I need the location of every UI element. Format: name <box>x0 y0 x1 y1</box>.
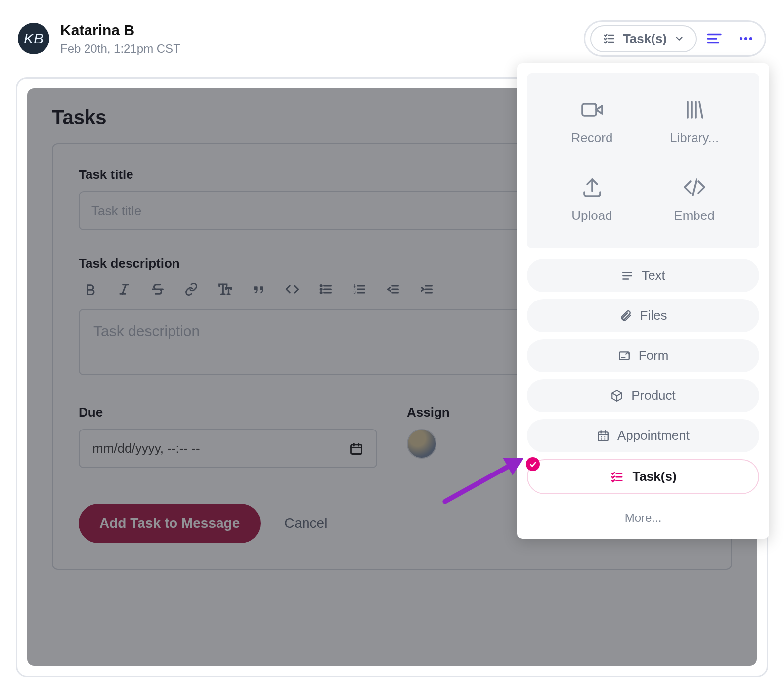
svg-point-8 <box>749 37 752 40</box>
media-item-library[interactable]: Library... <box>643 98 745 146</box>
timestamp: Feb 20th, 1:21pm CST <box>60 42 584 56</box>
selected-check-badge <box>526 457 540 471</box>
menu-item-product[interactable]: Product <box>527 379 759 412</box>
header-bar: KB Katarina B Feb 20th, 1:21pm CST Task(… <box>0 0 784 63</box>
block-menu: Text Files Form Product Appointment <box>527 259 759 529</box>
tasks-chip[interactable]: Task(s) <box>590 25 697 52</box>
media-item-record[interactable]: Record <box>541 98 643 146</box>
menu-item-label: Files <box>640 308 667 323</box>
menu-item-label: Appointment <box>617 428 690 443</box>
paperclip-icon <box>619 309 632 322</box>
svg-rect-39 <box>582 104 596 116</box>
svg-rect-53 <box>598 432 608 440</box>
media-grid: Record Library... Upload Embed <box>527 73 759 248</box>
svg-marker-40 <box>596 106 602 114</box>
svg-line-46 <box>693 179 697 195</box>
header-text: Katarina B Feb 20th, 1:21pm CST <box>60 21 584 56</box>
menu-item-label: Text <box>642 268 665 283</box>
tasks-chip-label: Task(s) <box>623 31 667 46</box>
user-name: Katarina B <box>60 21 584 39</box>
menu-item-label: Task(s) <box>632 469 676 484</box>
library-books-icon <box>683 98 706 122</box>
menu-item-appointment[interactable]: Appointment <box>527 419 759 452</box>
video-camera-icon <box>580 98 604 122</box>
media-item-label: Record <box>571 130 613 146</box>
tasks-list-icon <box>610 470 624 484</box>
menu-item-label: Product <box>631 388 676 403</box>
media-item-label: Embed <box>674 208 714 223</box>
menu-item-text[interactable]: Text <box>527 259 759 292</box>
header-controls: Task(s) <box>584 20 766 57</box>
cube-icon <box>610 389 623 402</box>
form-icon <box>618 349 631 362</box>
more-actions-button[interactable] <box>732 25 760 52</box>
chevron-down-icon <box>674 33 685 44</box>
menu-item-form[interactable]: Form <box>527 339 759 372</box>
tasks-list-icon <box>602 32 616 45</box>
align-left-icon <box>706 30 723 47</box>
media-item-label: Library... <box>670 130 719 146</box>
text-lines-icon <box>621 269 634 282</box>
dots-horizontal-icon <box>738 30 754 47</box>
upload-icon <box>580 175 604 199</box>
add-block-popover: Record Library... Upload Embed Text <box>517 63 769 539</box>
more-link[interactable]: More... <box>527 501 759 529</box>
svg-line-44 <box>699 102 702 118</box>
media-item-label: Upload <box>571 208 612 223</box>
code-embed-icon <box>683 175 706 199</box>
menu-item-label: Form <box>639 348 669 363</box>
check-icon <box>529 460 537 468</box>
svg-point-6 <box>740 37 742 40</box>
media-item-embed[interactable]: Embed <box>643 175 745 223</box>
avatar-initials: KB <box>24 30 44 47</box>
menu-item-files[interactable]: Files <box>527 299 759 332</box>
layout-button[interactable] <box>700 25 728 52</box>
menu-item-tasks[interactable]: Task(s) <box>527 459 759 494</box>
calendar-grid-icon <box>597 430 610 442</box>
avatar[interactable]: KB <box>18 23 49 54</box>
svg-point-7 <box>744 37 747 40</box>
media-item-upload[interactable]: Upload <box>541 175 643 223</box>
